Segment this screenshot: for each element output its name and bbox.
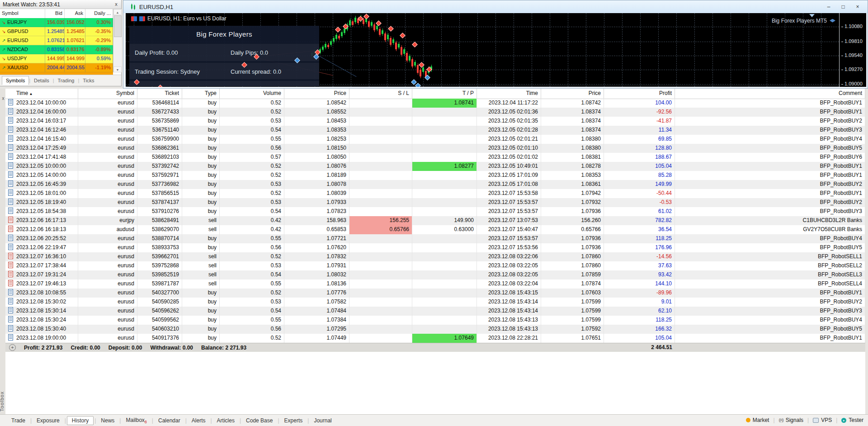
history-row[interactable]: 2023.12.08 15:30:24eurusd540599562buy0.5…	[5, 316, 865, 325]
toolbox-close-icon[interactable]: x	[1, 96, 5, 101]
cell-price-open: 1.08552	[284, 108, 349, 117]
status-label: Tester	[849, 417, 863, 423]
tab-mailbox[interactable]: Mailbox8	[122, 416, 151, 426]
history-column-ticket[interactable]: Ticket	[137, 89, 182, 99]
history-column-time-close[interactable]: Time	[477, 89, 541, 99]
cell-profit: 166.32	[604, 325, 675, 334]
history-row[interactable]: 2023.12.06 20:25:52eurusd538870714buy0.5…	[5, 234, 865, 243]
history-row[interactable]: 2023.12.08 15:30:14eurusd540596262buy0.5…	[5, 307, 865, 316]
column-bid[interactable]: Bid	[45, 9, 65, 18]
market-watch-row-gbpusd[interactable]: ↘GBPUSD1.254851.25485-0.35%	[0, 27, 113, 36]
history-row[interactable]: 2023.12.04 16:12:46eurusd536751140buy0.5…	[5, 126, 865, 135]
price-scale[interactable]: 1.100801.098101.095401.092701.09000	[839, 13, 866, 87]
daily-profit-label: Daily Profit: 0.00	[135, 49, 178, 56]
scroll-down-icon[interactable]: ▼	[113, 66, 122, 72]
history-column-tp[interactable]: T / P	[412, 89, 477, 99]
history-column-comment-close[interactable]: Comment	[675, 89, 865, 99]
market-watch-scrollbar[interactable]: ▲ ▼	[113, 9, 122, 72]
cell-time-close: 2023.12.07 15:53:57	[477, 207, 541, 216]
tab-experts[interactable]: Experts	[280, 416, 307, 425]
history-row[interactable]: 2023.12.04 10:00:00eurusd536468114buy0.5…	[5, 99, 865, 108]
candle-body	[401, 47, 402, 55]
history-row[interactable]: 2023.12.07 17:38:44eurusd539752868sell0.…	[5, 261, 865, 270]
market-watch-row-eurusd[interactable]: ↗EURUSD1.076211.07621-0.29%	[0, 36, 113, 45]
close-icon[interactable]: x	[113, 1, 119, 7]
history-row[interactable]: 2023.12.05 18:19:40eurusd537874137buy0.5…	[5, 198, 865, 207]
history-row[interactable]: 2023.12.04 16:03:17eurusd536735869buy0.5…	[5, 117, 865, 126]
one-click-trading-icon[interactable]	[139, 16, 145, 21]
candle-body	[382, 30, 383, 34]
history-row[interactable]: 2023.12.06 22:19:47eurusd538933753buy0.5…	[5, 243, 865, 252]
tab-calendar[interactable]: Calendar	[154, 416, 184, 425]
expand-icon[interactable]: +	[9, 344, 16, 351]
close-button[interactable]: ×	[851, 2, 864, 11]
mw-tab-trading[interactable]: Trading	[54, 76, 78, 85]
history-row[interactable]: 2023.12.07 19:31:24eurusd539852519sell0.…	[5, 270, 865, 279]
history-column-time[interactable]: Time ▲	[5, 89, 78, 99]
history-column-profit-close[interactable]: Profit	[604, 89, 675, 99]
column-symbol[interactable]: Symbol	[0, 9, 45, 18]
mw-tab-details[interactable]: Details	[30, 76, 53, 85]
chart-window-titlebar[interactable]: EURUSD,H1	[123, 0, 868, 13]
history-column-volume[interactable]: Volume	[220, 89, 284, 99]
status-vps[interactable]: VPS	[813, 417, 832, 423]
status-signals[interactable]: ((•))Signals	[779, 417, 804, 423]
mw-tab-ticks[interactable]: Ticks	[79, 76, 98, 85]
status-market[interactable]: Market	[746, 417, 769, 423]
scroll-up-icon[interactable]: ▲	[113, 9, 122, 15]
tab-history[interactable]: History	[67, 416, 94, 425]
history-column-sl[interactable]: S / L	[349, 89, 412, 99]
history-row[interactable]: 2023.12.08 15:30:02eurusd540590285buy0.5…	[5, 298, 865, 307]
summary-profit: Profit: 2 271.93	[24, 345, 62, 351]
cell-profit: 9.01	[604, 298, 675, 307]
cell-volume: 0.55	[220, 234, 284, 243]
history-row[interactable]: 2023.12.08 10:08:55eurusd540327700buy0.5…	[5, 289, 865, 298]
cell-profit: 144.10	[604, 279, 675, 289]
tab-journal[interactable]: Journal	[310, 416, 335, 425]
tab-code-base[interactable]: Code Base	[242, 416, 277, 425]
tab-articles[interactable]: Articles	[213, 416, 239, 425]
history-row[interactable]: 2023.12.05 16:45:39eurusd537736982buy0.5…	[5, 180, 865, 189]
history-row[interactable]: 2023.12.06 16:18:13audusd538629070sell0.…	[5, 225, 865, 234]
tab-exposure[interactable]: Exposure	[33, 416, 64, 425]
cell-ticket: 537856515	[137, 189, 182, 198]
history-row[interactable]: 2023.12.08 19:00:00eurusd540917376buy0.5…	[5, 334, 865, 343]
history-row[interactable]: 2023.12.04 17:25:49eurusd536862361buy0.5…	[5, 144, 865, 153]
mw-tab-symbols[interactable]: Symbols	[2, 76, 29, 85]
daily-pips-label: Daily Pips: 0.0	[231, 49, 268, 56]
vps-icon	[813, 418, 819, 423]
cell-price-open: 158.963	[284, 216, 349, 225]
depth-of-market-icon[interactable]	[131, 16, 137, 21]
history-row[interactable]: 2023.12.07 16:36:10eurusd539662701sell0.…	[5, 252, 865, 261]
tab-news[interactable]: News	[97, 416, 118, 425]
chart-canvas[interactable]: EURUSD, H1: Euro vs US Dollar Big Forex …	[126, 13, 866, 87]
history-row[interactable]: 2023.12.08 15:30:40eurusd540603210buy0.5…	[5, 325, 865, 334]
cell-volume: 0.53	[220, 261, 284, 270]
column-daily[interactable]: Daily ...	[85, 9, 113, 18]
history-column-price[interactable]: Price	[284, 89, 349, 99]
history-row[interactable]: 2023.12.05 18:01:00eurusd537856515buy0.5…	[5, 189, 865, 198]
tab-trade[interactable]: Trade	[7, 416, 29, 425]
history-row[interactable]: 2023.12.04 17:41:48eurusd536892103buy0.5…	[5, 153, 865, 162]
history-column-type[interactable]: Type	[182, 89, 220, 99]
tab-alerts[interactable]: Alerts	[188, 416, 210, 425]
history-row[interactable]: 2023.12.05 10:00:00eurusd537392742buy0.5…	[5, 162, 865, 171]
market-watch-row-usdjpy[interactable]: ↘USDJPY144.995144.9990.59%	[0, 54, 113, 63]
history-column-price-close[interactable]: Price	[541, 89, 604, 99]
history-row[interactable]: 2023.12.07 19:46:13eurusd539871787sell0.…	[5, 279, 865, 289]
minimize-button[interactable]: –	[822, 2, 835, 11]
status-tester[interactable]: ▸Tester	[841, 417, 863, 423]
history-column-symbol[interactable]: Symbol	[78, 89, 137, 99]
history-row[interactable]: 2023.12.04 16:15:40eurusd536759900buy0.5…	[5, 135, 865, 144]
scrollbar-thumb[interactable]	[114, 15, 122, 37]
column-ask[interactable]: Ask	[65, 9, 85, 18]
market-watch-row-xauusd[interactable]: ↗XAUUSD2004.442004.55-1.19%	[0, 63, 113, 72]
market-watch-row-eurjpy[interactable]: ↘EURJPY156.039156.0520.30%	[0, 18, 113, 27]
market-watch-row-nzdcad[interactable]: ↗NZDCAD0.831580.83176-0.89%	[0, 45, 113, 54]
maximize-button[interactable]: □	[837, 2, 849, 11]
history-row[interactable]: 2023.12.05 18:54:38eurusd537910276buy0.5…	[5, 207, 865, 216]
history-row[interactable]: 2023.12.06 16:17:13eurjpy538628491sell0.…	[5, 216, 865, 225]
history-row[interactable]: 2023.12.04 16:00:00eurusd536727433buy0.5…	[5, 108, 865, 117]
history-row[interactable]: 2023.12.05 14:00:00eurusd537592971buy0.5…	[5, 171, 865, 180]
cell-tp	[412, 207, 477, 216]
